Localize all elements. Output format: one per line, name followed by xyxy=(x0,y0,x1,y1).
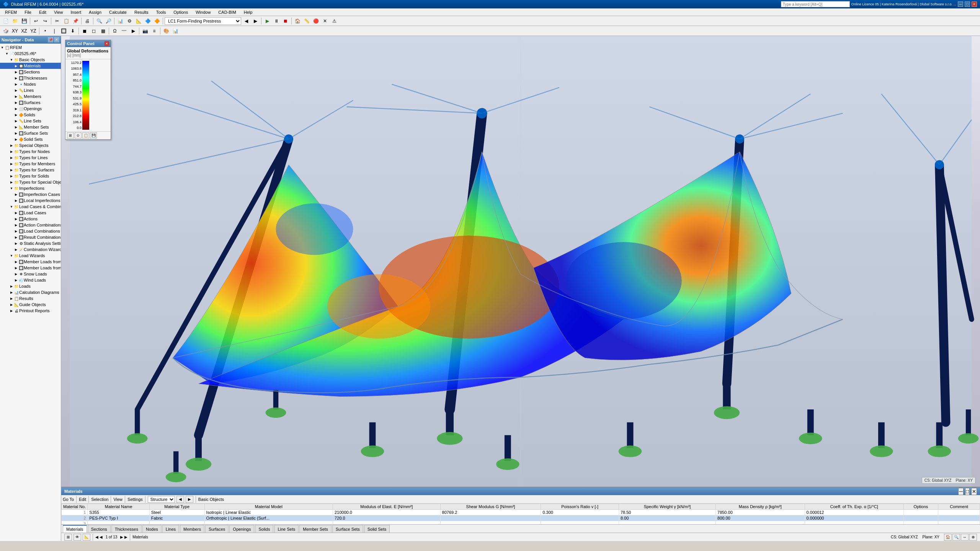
tree-expander-line-sets[interactable]: ▶ xyxy=(14,119,18,123)
tree-expander-load-cases[interactable]: ▶ xyxy=(14,210,18,215)
legend[interactable]: 📊 xyxy=(171,27,180,35)
tree-expander-members[interactable]: ▶ xyxy=(14,94,18,99)
tree-expander-types-for-solids[interactable]: ▶ xyxy=(9,174,14,178)
tree-expander-actions[interactable]: ▶ xyxy=(14,217,18,221)
menu-item-assign[interactable]: Assign xyxy=(85,9,105,16)
tree-item-basic-objects[interactable]: ▼📁Basic Objects xyxy=(0,57,61,63)
tree-item-members[interactable]: ▶📐Members xyxy=(0,93,61,99)
tree-item-combination-wizards[interactable]: ▶🪄Combination Wizards xyxy=(0,246,61,253)
pause-button[interactable]: ⏸ xyxy=(272,17,281,25)
tree-expander-surfaces[interactable]: ▶ xyxy=(14,100,18,105)
table-row[interactable]: 3 xyxy=(62,521,980,525)
lc-prev[interactable]: ◀ xyxy=(242,17,250,25)
bottom-tab-line-sets[interactable]: Line Sets xyxy=(274,525,299,533)
tree-item-line-sets[interactable]: ▶📏Line Sets xyxy=(0,118,61,124)
display-nodes[interactable]: • xyxy=(41,27,49,35)
tree-item-types-for-special[interactable]: ▶📁Types for Special Objects xyxy=(0,179,61,185)
tree-expander-solid-sets[interactable]: ▶ xyxy=(14,137,18,142)
tree-expander-imperfections[interactable]: ▼ xyxy=(9,186,14,191)
bp-maximize-button[interactable]: □ xyxy=(965,488,970,495)
menu-item-cad-bim[interactable]: CAD-BIM xyxy=(215,9,239,16)
tree-item-load-wizards[interactable]: ▼📁Load Wizards xyxy=(0,253,61,259)
tree-expander-special-objects[interactable]: ▶ xyxy=(9,143,14,148)
tree-expander-surface-sets[interactable]: ▶ xyxy=(14,131,18,135)
bottom-tab-openings[interactable]: Openings xyxy=(229,525,254,533)
tb-extra5[interactable]: ⚠ xyxy=(330,17,338,25)
filter-prev-button[interactable]: ◀ xyxy=(176,496,184,503)
menu-item-view[interactable]: View xyxy=(51,9,67,16)
tree-expander-guide-objects[interactable]: ▶ xyxy=(9,302,14,307)
undo-button[interactable]: ↩ xyxy=(32,17,40,25)
tb-btn-1[interactable]: 📊 xyxy=(116,17,124,25)
menu-item-rfem[interactable]: RFEM xyxy=(2,9,20,16)
tree-expander-snow-loads[interactable]: ▶ xyxy=(14,272,18,276)
tree-item-types-for-lines[interactable]: ▶📁Types for Lines xyxy=(0,155,61,161)
menu-item-insert[interactable]: Insert xyxy=(67,9,85,16)
tree-expander-lines[interactable]: ▶ xyxy=(14,88,18,93)
tree-expander-solids[interactable]: ▶ xyxy=(14,112,18,117)
filter-next-button[interactable]: ▶ xyxy=(186,496,193,503)
tree-item-loads[interactable]: ▶📁Loads xyxy=(0,283,61,289)
viewport[interactable]: Control Panel ✕ Global Deformations [u] … xyxy=(61,36,980,487)
close-button[interactable]: ✕ xyxy=(972,2,977,7)
redo-button[interactable]: ↪ xyxy=(41,17,49,25)
tree-expander-thicknesses[interactable]: ▶ xyxy=(14,76,18,80)
tree-item-results[interactable]: ▶📋Results xyxy=(0,295,61,302)
menu-item-help[interactable]: Help xyxy=(240,9,256,16)
tree-item-member-loads-area[interactable]: ▶🔲Member Loads from Area Load xyxy=(0,259,61,265)
render-mode2[interactable]: ◻ xyxy=(90,27,98,35)
tree-item-result-combinations[interactable]: ▶🔲Result Combinations xyxy=(0,234,61,240)
status-view4[interactable]: ⊕ xyxy=(969,534,977,541)
display-loads[interactable]: ⬇ xyxy=(69,27,77,35)
cp-view-button1[interactable]: ⊞ xyxy=(67,132,74,139)
color-map[interactable]: 🎨 xyxy=(162,27,170,35)
tb-btn-5[interactable]: 🔶 xyxy=(153,17,161,25)
cut-button[interactable]: ✂ xyxy=(53,17,61,25)
bottom-tab-lines[interactable]: Lines xyxy=(162,525,179,533)
lc-next[interactable]: ▶ xyxy=(251,17,260,25)
tree-item-load-cases[interactable]: ▶🔲Load Cases xyxy=(0,210,61,216)
tree-item-solids[interactable]: ▶🔶Solids xyxy=(0,112,61,118)
tb-extra4[interactable]: ✕ xyxy=(321,17,329,25)
tree-expander-results[interactable]: ▶ xyxy=(9,296,14,301)
minimize-button[interactable]: ─ xyxy=(958,2,963,7)
show-result-vals[interactable]: Ω xyxy=(111,27,119,35)
bottom-tab-materials[interactable]: Materials xyxy=(63,525,87,533)
paste-button[interactable]: 📌 xyxy=(71,17,80,25)
menu-item-options[interactable]: Options xyxy=(170,9,191,16)
tree-item-file[interactable]: ▼📄002525.rf6* xyxy=(0,51,61,57)
screenshot[interactable]: 📷 xyxy=(141,27,149,35)
print-button[interactable]: 🖨 xyxy=(83,17,91,25)
tree-expander-imperfection-cases[interactable]: ▶ xyxy=(14,192,18,197)
tree-item-types-for-surfaces[interactable]: ▶📁Types for Surfaces xyxy=(0,167,61,173)
tree-item-member-loads-free[interactable]: ▶🔲Member Loads from Free Line Load xyxy=(0,265,61,271)
bottom-tab-thicknesses[interactable]: Thicknesses xyxy=(111,525,142,533)
tree-item-local-imperfections[interactable]: ▶🔲Local Imperfections xyxy=(0,197,61,204)
view-3d[interactable]: 🎲 xyxy=(2,27,10,35)
view-yz[interactable]: YZ xyxy=(29,27,38,35)
menu-item-file[interactable]: File xyxy=(21,9,35,16)
tree-item-imperfections[interactable]: ▼📁Imperfections xyxy=(0,185,61,191)
tree-expander-types-for-lines[interactable]: ▶ xyxy=(9,155,14,160)
status-view1[interactable]: 🏠 xyxy=(944,534,952,541)
status-btn2[interactable]: 👁 xyxy=(74,534,81,541)
tree-item-rfem[interactable]: ▼📋RFEM xyxy=(0,44,61,51)
tree-item-snow-loads[interactable]: ▶❄Snow Loads xyxy=(0,271,61,277)
tree-expander-result-combinations[interactable]: ▶ xyxy=(14,235,18,240)
cp-view-button3[interactable]: 📋 xyxy=(82,132,89,139)
tree-item-thicknesses[interactable]: ▶🔲Thicknesses xyxy=(0,75,61,81)
tree-expander-types-for-members[interactable]: ▶ xyxy=(9,161,14,166)
tree-expander-combination-wizards[interactable]: ▶ xyxy=(14,247,18,252)
new-button[interactable]: 📄 xyxy=(2,17,10,25)
tree-expander-local-imperfections[interactable]: ▶ xyxy=(14,198,18,203)
tree-item-calculation-diagrams[interactable]: ▶📊Calculation Diagrams xyxy=(0,289,61,295)
status-view3[interactable]: ↔ xyxy=(961,534,969,541)
tree-expander-printout-reports[interactable]: ▶ xyxy=(9,308,14,313)
tree-expander-action-combinations[interactable]: ▶ xyxy=(14,223,18,227)
menu-item-calculate[interactable]: Calculate xyxy=(106,9,130,16)
show-isolines[interactable]: ≡ xyxy=(150,27,158,35)
tree-item-guide-objects[interactable]: ▶📐Guide Objects xyxy=(0,302,61,308)
tree-item-static-analysis[interactable]: ▶⚙Static Analysis Settings xyxy=(0,240,61,246)
tree-expander-nodes[interactable]: ▶ xyxy=(14,82,18,86)
tree-expander-load-wizards[interactable]: ▼ xyxy=(9,253,14,258)
